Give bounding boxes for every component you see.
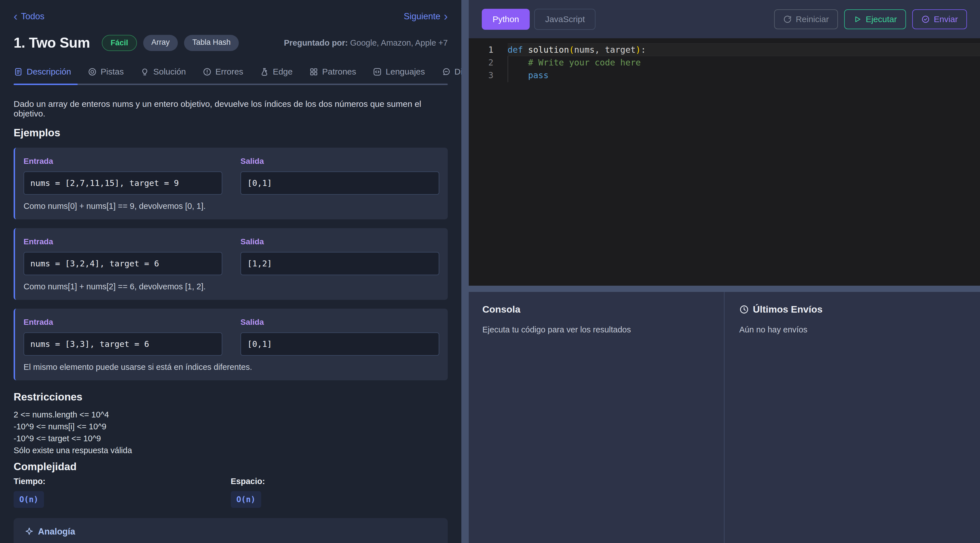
alert-circle-icon (202, 67, 212, 76)
input-label: Entrada (24, 157, 222, 166)
input-label: Entrada (24, 318, 222, 327)
constraint-line: -10^9 <= nums[i] <= 10^9 (14, 421, 448, 432)
code-icon (372, 67, 382, 76)
tab-pistas[interactable]: Pistas (88, 67, 124, 76)
output-value: [1,2] (240, 252, 439, 275)
example-output-col: Salida[1,2] (240, 237, 439, 275)
back-to-all-link[interactable]: ‹ Todos (14, 11, 45, 22)
tab-label: Discusión (455, 67, 461, 76)
page-title: 1. Two Sum (14, 35, 90, 51)
problem-panel: ‹ Todos Siguiente › 1. Two Sum Fácil Arr… (0, 0, 461, 543)
code-line[interactable]: 3 pass (469, 69, 980, 82)
example-note: Como nums[1] + nums[2] == 6, devolvemos … (24, 282, 439, 291)
flask-icon (260, 67, 269, 76)
example-output-col: Salida[0,1] (240, 157, 439, 195)
indent-guide (508, 56, 508, 82)
tab-lenguajes[interactable]: Lenguajes (372, 67, 425, 76)
next-problem-link[interactable]: Siguiente › (404, 11, 448, 22)
active-tab-indicator (14, 84, 78, 85)
console-title: Consola (482, 304, 710, 315)
example-grid: Entradanums = [2,7,11,15], target = 9Sal… (24, 157, 439, 195)
tab-label: Descripción (27, 67, 71, 76)
space-value-badge: O(n) (231, 491, 261, 508)
example-card: Entradanums = [3,2,4], target = 6Salida[… (14, 228, 448, 300)
language-switcher: PythonJavaScript (482, 9, 595, 30)
tag-badge: Tabla Hash (184, 35, 239, 51)
space-complexity: Espacio: O(n) (231, 477, 448, 508)
example-note: Como nums[0] + nums[1] == 9, devolvemos … (24, 202, 439, 211)
play-icon (853, 15, 862, 24)
constraint-line: -10^9 <= target <= 10^9 (14, 432, 448, 445)
panel-splitter-vertical[interactable] (461, 0, 469, 543)
sparkle-icon (24, 527, 34, 537)
tag-badge: Array (143, 35, 178, 51)
reset-button[interactable]: Reiniciar (774, 10, 838, 29)
input-label: Entrada (24, 237, 222, 246)
analogy-heading: Analogía (24, 527, 437, 537)
complexity-heading: Complejidad (14, 461, 448, 473)
line-number: 2 (469, 56, 508, 69)
badge-group: Fácil ArrayTabla Hash (102, 35, 239, 51)
title-row: 1. Two Sum Fácil ArrayTabla Hash Pregunt… (14, 35, 448, 51)
complexity-row: Tiempo: O(n) Espacio: O(n) (14, 477, 448, 508)
tab-edge[interactable]: Edge (260, 67, 293, 76)
example-output-col: Salida[0,1] (240, 318, 439, 356)
line-number: 1 (469, 43, 508, 56)
tab-label: Patrones (322, 67, 356, 76)
examples-list: Entradanums = [2,7,11,15], target = 9Sal… (14, 148, 448, 380)
problem-nav: ‹ Todos Siguiente › (14, 0, 448, 22)
chevron-right-icon: › (444, 12, 448, 21)
editor-panel: PythonJavaScript Reiniciar Ejecutar Envi… (469, 0, 980, 543)
reset-button-label: Reiniciar (796, 14, 829, 24)
tabs: DescripciónPistasSoluciónErroresEdgePatr… (14, 67, 448, 76)
output-value: [0,1] (240, 171, 439, 195)
submit-button[interactable]: Enviar (912, 10, 967, 29)
language-button-javascript[interactable]: JavaScript (534, 9, 595, 30)
time-value-badge: O(n) (14, 491, 44, 508)
analogy-card: Analogía 🧦 Analogía: Buscar pares de cal… (14, 518, 448, 543)
difficulty-badge: Fácil (102, 35, 137, 51)
tab-errores[interactable]: Errores (202, 67, 243, 76)
code-text: def solution(nums, target): (508, 43, 980, 56)
submissions-title-text: Últimos Envíos (753, 304, 822, 315)
chevron-left-icon: ‹ (14, 12, 18, 21)
code-line[interactable]: 1def solution(nums, target): (469, 43, 980, 56)
tab-discusion[interactable]: Discusión (442, 67, 461, 76)
line-number: 3 (469, 69, 508, 82)
language-button-python[interactable]: Python (482, 9, 530, 30)
input-value: nums = [3,2,4], target = 6 (24, 252, 222, 275)
output-label: Salida (240, 318, 439, 327)
console-panel: Consola Ejecuta tu código para ver los r… (469, 292, 724, 543)
run-button-label: Ejecutar (866, 14, 897, 24)
example-card: Entradanums = [3,3], target = 6Salida[0,… (14, 309, 448, 380)
tab-patrones[interactable]: Patrones (309, 67, 356, 76)
time-complexity: Tiempo: O(n) (14, 477, 231, 508)
example-card: Entradanums = [2,7,11,15], target = 9Sal… (14, 148, 448, 219)
submissions-empty-text: Aún no hay envíos (739, 325, 965, 334)
tab-label: Pistas (101, 67, 124, 76)
code-text: # Write your code here (508, 56, 980, 69)
tab-solucion[interactable]: Solución (140, 67, 186, 76)
rotate-icon (783, 15, 792, 24)
constraints-list: 2 <= nums.length <= 10^4-10^9 <= nums[i]… (14, 409, 448, 456)
submit-button-label: Enviar (934, 14, 958, 24)
submissions-title: Últimos Envíos (739, 304, 965, 315)
input-value: nums = [2,7,11,15], target = 9 (24, 171, 222, 195)
output-label: Salida (240, 157, 439, 166)
tab-label: Lenguajes (386, 67, 425, 76)
lightbulb-icon (140, 67, 150, 76)
run-button[interactable]: Ejecutar (844, 10, 906, 29)
time-label: Tiempo: (14, 477, 231, 486)
next-link-label: Siguiente (404, 11, 441, 22)
output-label: Salida (240, 237, 439, 246)
code-line[interactable]: 2 # Write your code here (469, 56, 980, 69)
message-icon (442, 67, 451, 76)
app-root: ‹ Todos Siguiente › 1. Two Sum Fácil Arr… (0, 0, 980, 543)
panel-splitter-horizontal[interactable] (469, 286, 980, 292)
example-grid: Entradanums = [3,3], target = 6Salida[0,… (24, 318, 439, 356)
code-editor[interactable]: 1def solution(nums, target):2 # Write yo… (469, 38, 980, 286)
example-note: El mismo elemento puede usarse si está e… (24, 362, 439, 372)
tab-descripcion[interactable]: Descripción (14, 67, 71, 76)
example-input-col: Entradanums = [2,7,11,15], target = 9 (24, 157, 222, 195)
editor-toolbar: PythonJavaScript Reiniciar Ejecutar Envi… (469, 0, 980, 38)
